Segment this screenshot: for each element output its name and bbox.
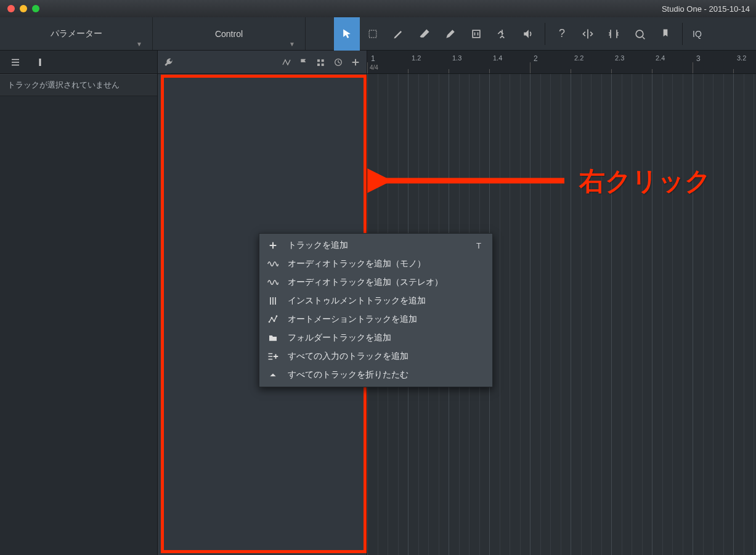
menu-item-2[interactable]: オーディオトラックを追加（ステレオ） [259, 273, 492, 292]
track-context-menu: トラックを追加Tオーディオトラックを追加（モノ）オーディオトラックを追加（ステレ… [259, 233, 493, 387]
listen-tool[interactable] [515, 17, 541, 51]
ruler-mark: 2 [534, 54, 538, 63]
marker-icon [659, 28, 672, 40]
inspector-tabs [0, 51, 157, 74]
zoom-window-button[interactable] [32, 5, 39, 12]
svg-point-11 [271, 317, 273, 319]
menu-item-7[interactable]: すべてのトラックを折りたたむ [259, 366, 492, 384]
mute-icon [470, 28, 482, 40]
tab-parameter[interactable]: パラメーター ▼ [0, 17, 153, 50]
svg-point-12 [274, 320, 275, 322]
info-icon[interactable] [35, 57, 46, 68]
list-plus-icon [267, 352, 279, 361]
arrow-tool[interactable] [334, 17, 360, 51]
menu-item-label: オーディオトラックを追加（ステレオ） [288, 277, 443, 288]
svg-rect-0 [369, 30, 376, 38]
minimize-window-button[interactable] [20, 5, 27, 12]
eraser-icon [418, 28, 431, 40]
wave-icon [267, 259, 279, 269]
ruler-mark: 2.3 [615, 54, 624, 62]
collapse-icon [267, 371, 279, 379]
menu-item-3[interactable]: インストゥルメントトラックを追加 [259, 292, 492, 310]
svg-point-2 [636, 30, 643, 38]
menu-item-5[interactable]: フォルダートラックを追加 [259, 329, 492, 347]
menu-shortcut: T [476, 241, 481, 250]
window-titlebar: Studio One - 2015-10-14 [0, 0, 756, 17]
ruler-mark: 1.4 [493, 54, 502, 62]
menu-item-label: オーディオトラックを追加（モノ） [288, 258, 426, 269]
track-toolbar [158, 51, 367, 74]
strip-silence-icon [582, 28, 594, 40]
range-tool[interactable] [360, 17, 386, 51]
ruler-mark: 1.3 [452, 54, 461, 62]
menu-item-label: トラックを追加 [288, 240, 348, 251]
range-icon [367, 28, 379, 40]
macro-icon [633, 28, 646, 40]
svg-point-13 [276, 315, 278, 317]
help-icon: ? [559, 27, 565, 40]
flag-icon[interactable] [299, 57, 309, 67]
inspector-panel: トラックが選択されていません [0, 51, 158, 555]
wrench-icon[interactable] [164, 57, 174, 67]
draw-tool[interactable] [386, 17, 412, 51]
add-track-icon[interactable] [351, 57, 360, 67]
bend-tool[interactable] [489, 17, 515, 51]
window-title: Studio One - 2015-10-14 [662, 4, 750, 14]
paint-icon [444, 28, 457, 40]
menu-item-1[interactable]: オーディオトラックを追加（モノ） [259, 255, 492, 273]
menu-item-4[interactable]: オートメーショントラックを追加 [259, 310, 492, 329]
ruler-mark: 2.4 [656, 54, 665, 62]
close-window-button[interactable] [7, 5, 15, 12]
erase-tool[interactable] [412, 17, 437, 51]
main-toolbar: パラメーター ▼ Control ▼ [0, 17, 756, 51]
dropdown-icon: ▼ [136, 41, 142, 47]
mute-tool[interactable] [463, 17, 489, 51]
time-signature: 4/4 [370, 64, 378, 71]
svg-rect-3 [39, 59, 41, 66]
quantize-tool[interactable] [601, 17, 627, 51]
marker-tool[interactable] [652, 17, 678, 51]
list-icon[interactable] [10, 57, 21, 68]
automation-icon [267, 314, 279, 324]
folder-icon [267, 333, 279, 343]
ruler-mark: 1 [371, 54, 375, 63]
plus-icon [267, 240, 279, 250]
group-icon[interactable] [316, 57, 326, 67]
menu-item-label: すべてのトラックを折りたたむ [288, 369, 408, 380]
pencil-icon [392, 28, 405, 40]
timeline-ruler[interactable]: 4/4 11.21.31.422.22.32.433.2 [367, 51, 756, 74]
svg-rect-6 [317, 64, 320, 66]
macro-tool[interactable] [627, 17, 652, 51]
separator [545, 23, 545, 45]
tab-control[interactable]: Control ▼ [153, 17, 306, 50]
bend-icon [496, 28, 508, 40]
menu-item-label: フォルダートラックを追加 [288, 332, 391, 343]
tool-palette: ? IQ [328, 17, 708, 50]
svg-rect-4 [317, 59, 320, 62]
no-track-selected-label: トラックが選択されていません [0, 74, 157, 96]
quantize-icon [608, 28, 620, 40]
tab-label: パラメーター [51, 28, 102, 39]
svg-rect-7 [322, 64, 324, 66]
strip-silence-tool[interactable] [575, 17, 601, 51]
tempo-icon[interactable] [333, 57, 343, 67]
svg-point-10 [269, 321, 270, 323]
help-button[interactable]: ? [549, 17, 575, 51]
menu-item-label: インストゥルメントトラックを追加 [288, 295, 426, 306]
window-controls [0, 5, 39, 12]
sliders-icon [267, 296, 279, 306]
paint-tool[interactable] [437, 17, 463, 51]
ruler-mark: 3.2 [737, 54, 746, 62]
menu-item-6[interactable]: すべての入力のトラックを追加 [259, 347, 492, 366]
automation-icon[interactable] [282, 57, 291, 67]
dropdown-icon: ▼ [289, 41, 295, 47]
ruler-mark: 3 [696, 54, 701, 63]
menu-item-label: すべての入力のトラックを追加 [288, 351, 408, 362]
svg-rect-5 [322, 59, 324, 62]
wave-icon [267, 278, 279, 287]
menu-item-0[interactable]: トラックを追加T [259, 236, 492, 255]
iq-label: IQ [693, 29, 702, 39]
menu-item-label: オートメーショントラックを追加 [288, 314, 417, 325]
annotation-text: 右クリック [579, 164, 711, 199]
iq-button[interactable]: IQ [686, 29, 708, 39]
